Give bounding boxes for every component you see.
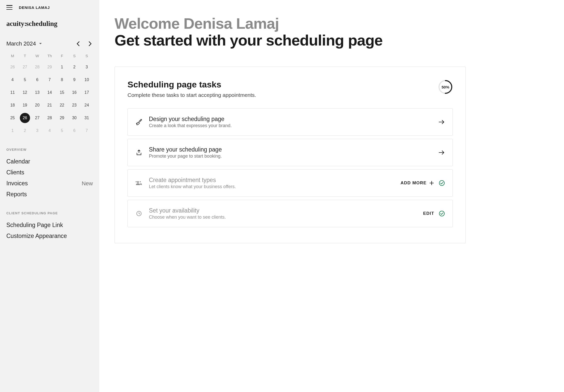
- task-action: [438, 119, 445, 125]
- calendar-day[interactable]: 1: [7, 126, 18, 136]
- svg-point-2: [137, 181, 139, 183]
- month-picker[interactable]: March 2024: [6, 40, 42, 47]
- task-text: Set your availabilityChoose when you wan…: [149, 207, 417, 220]
- calendar-day[interactable]: 29: [57, 113, 67, 123]
- calendar-day[interactable]: 28: [45, 113, 55, 123]
- task-row-set-your-availability[interactable]: Set your availabilityChoose when you wan…: [128, 200, 453, 227]
- svg-point-5: [439, 180, 444, 186]
- task-action: EDIT: [423, 210, 445, 217]
- calendar-day[interactable]: 14: [45, 87, 55, 98]
- task-action: [438, 149, 445, 156]
- tasks-card: Scheduling page tasks Complete these tas…: [115, 67, 466, 243]
- task-text: Design your scheduling pageCreate a look…: [149, 116, 432, 128]
- calendar-day[interactable]: 29: [45, 62, 55, 72]
- calendar-day[interactable]: 17: [82, 87, 92, 98]
- nav-item-label: Customize Appearance: [6, 233, 67, 239]
- check-circle-icon: [439, 210, 445, 217]
- nav-section-overview-header: OVERVIEW: [6, 148, 93, 152]
- nav-item-label: Reports: [6, 191, 27, 198]
- sidebar-item-customize-appearance[interactable]: Customize Appearance: [6, 231, 93, 242]
- hamburger-icon[interactable]: [6, 5, 12, 10]
- task-action: ADD MORE: [401, 180, 445, 186]
- calendar-day[interactable]: 16: [69, 87, 79, 98]
- arrow-right-icon[interactable]: [438, 119, 445, 125]
- tasks-title: Scheduling page tasks: [128, 80, 256, 89]
- calendar-day[interactable]: 28: [32, 62, 42, 72]
- calendar-grid: MTWThFSS26272829123456789101112131415161…: [6, 52, 93, 136]
- task-subtitle: Choose when you want to see clients.: [149, 215, 417, 220]
- calendar-day[interactable]: 7: [45, 75, 55, 85]
- calendar-day[interactable]: 27: [20, 62, 30, 72]
- sidebar-header: DENISA LAMAJ: [6, 5, 93, 10]
- calendar-day[interactable]: 3: [82, 62, 92, 72]
- svg-point-4: [136, 181, 137, 182]
- sidebar: DENISA LAMAJ acuity:scheduling March 202…: [0, 0, 99, 392]
- calendar-day[interactable]: 5: [20, 75, 30, 85]
- calendar-day[interactable]: 26: [20, 113, 30, 123]
- calendar-day[interactable]: 1: [57, 62, 67, 72]
- sidebar-item-reports[interactable]: Reports: [6, 189, 93, 200]
- calendar-day[interactable]: 21: [45, 100, 55, 110]
- svg-point-3: [140, 181, 141, 182]
- calendar-day[interactable]: 6: [32, 75, 42, 85]
- calendar-day[interactable]: 8: [57, 75, 67, 85]
- calendar-day[interactable]: 6: [69, 126, 79, 136]
- sidebar-item-clients[interactable]: Clients: [6, 167, 93, 178]
- clock-icon: [135, 210, 143, 217]
- progress-percent-label: 50%: [442, 85, 449, 89]
- calendar-day[interactable]: 12: [20, 87, 30, 98]
- calendar-day[interactable]: 3: [32, 126, 42, 136]
- tasks-header: Scheduling page tasks Complete these tas…: [128, 80, 453, 98]
- share-icon: [135, 149, 143, 156]
- task-row-share-your-scheduling-page[interactable]: Share your scheduling pagePromote your p…: [128, 139, 453, 166]
- prev-month-button[interactable]: [75, 41, 81, 47]
- calendar-day[interactable]: 13: [32, 87, 42, 98]
- calendar-day[interactable]: 18: [7, 100, 18, 110]
- calendar-day[interactable]: 11: [7, 87, 18, 98]
- calendar-day[interactable]: 4: [7, 75, 18, 85]
- edit-button[interactable]: EDIT: [423, 211, 434, 216]
- task-row-design-your-scheduling-page[interactable]: Design your scheduling pageCreate a look…: [128, 108, 453, 136]
- calendar-day[interactable]: 2: [20, 126, 30, 136]
- nav-item-label: Clients: [6, 169, 24, 176]
- calendar-day[interactable]: 27: [32, 113, 42, 123]
- sidebar-item-calendar[interactable]: Calendar: [6, 156, 93, 167]
- calendar-day[interactable]: 10: [82, 75, 92, 85]
- calendar-day[interactable]: 31: [82, 113, 92, 123]
- calendar-header: March 2024: [6, 40, 93, 47]
- nav-item-badge: New: [82, 180, 93, 187]
- tasks-description: Complete these tasks to start accepting …: [128, 92, 256, 98]
- calendar-day[interactable]: 20: [32, 100, 42, 110]
- calendar-day[interactable]: 19: [20, 100, 30, 110]
- task-title: Design your scheduling page: [149, 116, 432, 123]
- user-name: DENISA LAMAJ: [19, 5, 50, 10]
- calendar-day[interactable]: 4: [45, 126, 55, 136]
- calendar-day[interactable]: 2: [69, 62, 79, 72]
- add-more-button[interactable]: ADD MORE: [401, 180, 434, 186]
- sidebar-item-scheduling-page-link[interactable]: Scheduling Page Link: [6, 220, 93, 231]
- calendar-dow: Th: [44, 52, 56, 60]
- main-content: Welcome Denisa Lamaj Get started with yo…: [99, 0, 481, 392]
- task-title: Share your scheduling page: [149, 146, 432, 153]
- calendar-day[interactable]: 23: [69, 100, 79, 110]
- next-month-button[interactable]: [87, 41, 93, 47]
- paintbrush-icon: [135, 118, 143, 126]
- calendar-day[interactable]: 22: [57, 100, 67, 110]
- calendar-day[interactable]: 9: [69, 75, 79, 85]
- calendar-day[interactable]: 24: [82, 100, 92, 110]
- sidebar-item-invoices[interactable]: InvoicesNew: [6, 178, 93, 189]
- arrow-right-icon[interactable]: [438, 149, 445, 156]
- calendar-day[interactable]: 30: [69, 113, 79, 123]
- calendar-day[interactable]: 25: [7, 113, 18, 123]
- welcome-subheading: Get started with your scheduling page: [115, 32, 466, 49]
- task-subtitle: Create a look that expresses your brand.: [149, 123, 432, 128]
- calendar-day[interactable]: 7: [82, 126, 92, 136]
- calendar-dow: M: [6, 52, 19, 60]
- calendar-day[interactable]: 15: [57, 87, 67, 98]
- calendar-day[interactable]: 5: [57, 126, 67, 136]
- calendar-day[interactable]: 26: [7, 62, 18, 72]
- task-title: Set your availability: [149, 207, 417, 214]
- calendar-dow: W: [31, 52, 44, 60]
- task-row-create-appointment-types[interactable]: Create appointment typesLet clients know…: [128, 169, 453, 197]
- progress-ring: 50%: [438, 80, 453, 94]
